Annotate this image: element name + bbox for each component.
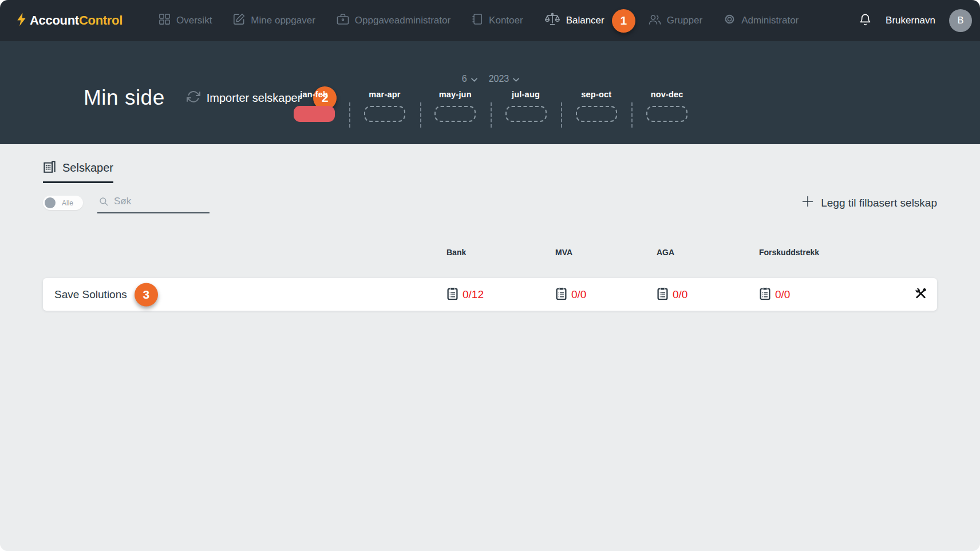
period-button-sep-oct[interactable]: [576, 106, 617, 122]
bank-status-value: 0/12: [463, 288, 484, 301]
nav-item-mine-oppgaver[interactable]: Mine oppgaver: [232, 13, 315, 29]
period-cell-jan-feb: jan-feb: [279, 90, 349, 122]
month-dropdown-value: 6: [462, 74, 467, 84]
period-cell-may-jun: may-jun: [420, 90, 491, 122]
forskuddstrekk-status-value: 0/0: [775, 288, 790, 301]
nav-item-label: Balancer: [566, 15, 604, 26]
period-button-may-jun[interactable]: [434, 106, 476, 122]
nav-item-oppgaveadministrator[interactable]: Oppgaveadministrator: [336, 13, 451, 29]
app-window: AccountControl Oversikt Mine oppgaver Op…: [0, 0, 980, 551]
username-label: Brukernavn: [886, 15, 935, 26]
period-cell-sep-oct: sep-oct: [561, 90, 631, 122]
period-button-mar-apr[interactable]: [364, 106, 405, 122]
period-cell-mar-apr: mar-apr: [349, 90, 420, 122]
refresh-icon: [187, 90, 200, 106]
companies-table: Bank MVA AGA Forskuddstrekk Save Solutio…: [43, 144, 937, 551]
clipboard-icon: [446, 287, 459, 302]
navbar-right: Brukernavn B: [859, 9, 972, 32]
ledger-icon: [471, 13, 484, 29]
month-dropdown[interactable]: 6: [462, 74, 477, 84]
lightning-bolt-icon: [16, 12, 27, 29]
nav-item-label: Mine oppgaver: [251, 15, 315, 26]
bank-status-cell[interactable]: 0/12: [446, 287, 484, 302]
grid-icon: [158, 13, 171, 29]
period-button-jul-aug[interactable]: [505, 106, 547, 122]
period-cell-jul-aug: jul-aug: [491, 90, 561, 122]
avatar[interactable]: B: [949, 9, 972, 32]
gear-icon: [723, 13, 736, 29]
scales-icon: [544, 12, 561, 29]
chevron-down-icon: [471, 74, 477, 84]
main-nav: Oversikt Mine oppgaver Oppgaveadministra…: [158, 9, 799, 33]
column-header-forskuddstrekk: Forskuddstrekk: [759, 248, 819, 257]
nav-item-kontoer[interactable]: Kontoer: [471, 13, 523, 29]
company-name-cell[interactable]: Save Solutions 3: [54, 283, 158, 306]
brand-logo[interactable]: AccountControl: [16, 12, 122, 29]
briefcase-icon: [336, 13, 350, 29]
nav-item-oversikt[interactable]: Oversikt: [158, 13, 212, 29]
edit-icon: [232, 13, 246, 29]
period-button-nov-dec[interactable]: [646, 106, 687, 122]
period-label: jul-aug: [512, 90, 540, 100]
people-icon: [648, 13, 662, 29]
chevron-down-icon: [513, 74, 519, 84]
period-button-jan-feb[interactable]: [294, 106, 335, 122]
table-row[interactable]: Save Solutions 3 0/12 0/0: [43, 278, 937, 311]
top-navbar: AccountControl Oversikt Mine oppgaver Op…: [0, 0, 980, 41]
nav-item-administrator[interactable]: Administrator: [723, 13, 799, 29]
nav-item-label: Grupper: [667, 15, 702, 26]
aga-status-value: 0/0: [673, 288, 687, 301]
column-header-bank: Bank: [446, 248, 466, 257]
period-label: mar-apr: [369, 90, 400, 100]
period-label: may-jun: [439, 90, 472, 100]
nav-item-label: Oppgaveadministrator: [355, 15, 451, 26]
page-title: Min side: [84, 86, 165, 110]
mva-status-cell[interactable]: 0/0: [555, 287, 586, 302]
period-label: sep-oct: [581, 90, 611, 100]
brand-name: AccountControl: [30, 13, 122, 28]
nav-item-label: Oversikt: [176, 15, 212, 26]
period-label: nov-dec: [651, 90, 683, 100]
clipboard-icon: [759, 287, 771, 302]
aga-status-cell[interactable]: 0/0: [657, 287, 687, 302]
page-header: Min side Importer selskaper 2 6 2023: [0, 41, 980, 144]
row-settings-button[interactable]: [914, 286, 928, 303]
year-dropdown-value: 2023: [489, 74, 509, 84]
clipboard-icon: [555, 287, 567, 302]
period-selector: 6 2023 jan-feb mar-apr may-ju: [279, 74, 702, 122]
step-badge-3: 3: [135, 283, 158, 306]
company-name: Save Solutions: [54, 288, 127, 301]
mva-status-value: 0/0: [571, 288, 586, 301]
nav-item-label: Administrator: [741, 15, 799, 26]
bell-icon[interactable]: [859, 13, 872, 29]
nav-item-label: Kontoer: [489, 15, 523, 26]
column-header-aga: AGA: [657, 248, 674, 257]
clipboard-icon: [657, 287, 669, 302]
main-content: Selskaper Alle Legg til filbasert selska…: [0, 144, 980, 551]
nav-item-grupper[interactable]: Grupper: [648, 13, 702, 29]
tools-icon: [914, 292, 928, 302]
column-header-mva: MVA: [555, 248, 572, 257]
year-dropdown[interactable]: 2023: [489, 74, 520, 84]
forskuddstrekk-status-cell[interactable]: 0/0: [759, 287, 790, 302]
step-badge-1: 1: [612, 9, 635, 33]
nav-item-balancer[interactable]: Balancer 1: [544, 9, 627, 33]
period-cell-nov-dec: nov-dec: [631, 90, 702, 122]
period-label: jan-feb: [300, 90, 328, 100]
